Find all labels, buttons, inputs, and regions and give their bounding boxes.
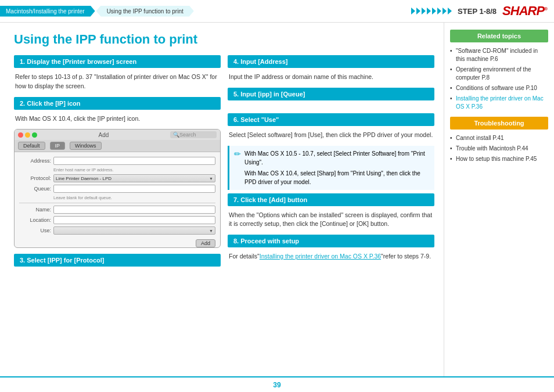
screenshot-add-button: Add: [196, 239, 215, 247]
related-topics-header: Related topics: [450, 30, 548, 42]
trouble-item-1: Cannot install P.41: [450, 134, 548, 142]
step1-body: Refer to steps 10-13 of p. 37 "Installat…: [14, 73, 221, 91]
minimize-button: [25, 132, 30, 138]
screenshot-search: 🔍 Search: [170, 131, 217, 138]
maximize-button: [32, 132, 37, 138]
protocol-row: Protocol: Line Printer Daemon - LPD ▼: [19, 174, 215, 182]
arrow-1: [411, 8, 415, 15]
step6-header: 6. Select "Use": [228, 113, 434, 126]
step2-header: 2. Click the [IP] icon: [14, 97, 221, 110]
two-column-layout: 1. Display the [Printer browser] screen …: [14, 55, 434, 271]
name-row: Name:: [19, 206, 215, 214]
traffic-lights: [18, 132, 37, 138]
step1-header: 1. Display the [Printer browser] screen: [14, 55, 221, 68]
note-content: With Mac OS X 10.5 - 10.7, select [Selec…: [244, 149, 430, 186]
step7-body: When the "Options which can be installed…: [228, 211, 434, 229]
breadcrumb: Macintosh/Installing the printer Using t…: [0, 6, 194, 17]
page-number: 39: [273, 381, 280, 389]
arrow-2: [416, 8, 420, 15]
close-button: [18, 132, 23, 138]
footer: 39: [0, 376, 554, 392]
arrow-4: [427, 8, 431, 15]
step5-header: 5. Input [ipp] in [Queue]: [228, 88, 434, 100]
location-label: Location:: [19, 217, 51, 223]
use-select: ▼: [53, 226, 215, 235]
form-separator: [19, 203, 215, 203]
step8-body: For details"Installing the printer drive…: [228, 252, 434, 261]
header-right: STEP 1-8/8 SHARP®: [411, 3, 547, 19]
breadcrumb-second[interactable]: Using the IPP function to print: [96, 6, 194, 17]
trouble-item-2: Trouble with Macintosh P.44: [450, 145, 548, 153]
sharp-logo: SHARP®: [502, 3, 547, 19]
toolbar-default: Default: [18, 142, 45, 150]
toolbar-ip: IP: [50, 142, 66, 150]
address-label: Address:: [19, 158, 51, 164]
troubleshooting-header: Troubleshooting: [450, 117, 548, 130]
name-input: [53, 206, 215, 214]
location-row: Location:: [19, 216, 215, 224]
step-arrows: [411, 8, 452, 15]
content-area: Using the IPP function to print 1. Displ…: [0, 23, 444, 376]
arrow-7: [443, 8, 447, 15]
arrow-8: [448, 8, 452, 15]
note-bullet1: With Mac OS X 10.5 - 10.7, select [Selec…: [244, 149, 430, 167]
breadcrumb-first[interactable]: Macintosh/Installing the printer: [0, 6, 95, 17]
address-row: Address:: [19, 157, 215, 165]
main-content: Using the IPP function to print 1. Displ…: [0, 23, 554, 376]
arrow-5: [432, 8, 436, 15]
search-icon: 🔍: [173, 132, 179, 138]
step6-body: Select [Select software] from [Use], the…: [228, 131, 434, 140]
address-hint: Enter host name or IP address.: [53, 167, 215, 172]
protocol-label: Protocol:: [19, 175, 51, 181]
troubleshooting-list: Cannot install P.41 Trouble with Macinto…: [450, 134, 548, 163]
step2-body: With Mac OS X 10.4, click the [IP printe…: [14, 114, 221, 124]
step3-header: 3. Select [IPP] for [Protocol]: [14, 254, 221, 267]
right-column: 4. Input [Address] Input the IP address …: [228, 55, 434, 271]
use-row: Use: ▼: [19, 226, 215, 235]
related-item-2: Operating environment of the computer P.…: [450, 66, 548, 82]
protocol-select: Line Printer Daemon - LPD ▼: [53, 174, 215, 182]
step8-link[interactable]: Installing the printer driver on Mac OS …: [260, 253, 381, 260]
queue-input: [53, 185, 215, 193]
page-header: Macintosh/Installing the printer Using t…: [0, 0, 554, 23]
screenshot-box: Add 🔍 Search Default IP Windows Addre: [14, 129, 221, 248]
step7-header: 7. Click the [Add] button: [228, 193, 434, 206]
note-box: ✏ With Mac OS X 10.5 - 10.7, select [Sel…: [228, 146, 434, 190]
page-title: Using the IPP function to print: [14, 32, 434, 47]
note-bullet2: With Mac OS X 10.4, select [Sharp] from …: [244, 169, 430, 186]
related-item-4: Installing the printer driver on Mac OS …: [450, 95, 548, 111]
step8-header: 8. Proceed with setup: [228, 235, 434, 247]
queue-label: Queue:: [19, 186, 51, 192]
left-column: 1. Display the [Printer browser] screen …: [14, 55, 221, 271]
arrow-3: [422, 8, 426, 15]
related-item-1: "Software CD-ROM" included in this machi…: [450, 47, 548, 63]
arrow-6: [437, 8, 441, 15]
screenshot-form: Address: Enter host name or IP address. …: [15, 152, 220, 242]
related-topics-list: "Software CD-ROM" included in this machi…: [450, 47, 548, 111]
step4-header: 4. Input [Address]: [228, 55, 434, 68]
name-label: Name:: [19, 207, 51, 213]
step-label: STEP 1-8/8: [458, 7, 497, 16]
sidebar: Related topics "Software CD-ROM" include…: [444, 23, 554, 376]
screenshot-toolbar: Default IP Windows: [15, 140, 220, 152]
use-chevron-icon: ▼: [209, 229, 213, 233]
queue-hint: Leave blank for default queue.: [53, 195, 215, 200]
address-input: [53, 157, 215, 165]
screenshot-titlebar: Add 🔍 Search: [15, 130, 220, 140]
queue-row: Queue:: [19, 185, 215, 193]
use-label: Use:: [19, 228, 51, 233]
trouble-item-3: How to setup this machine P.45: [450, 155, 548, 163]
chevron-down-icon: ▼: [209, 177, 213, 181]
note-icon: ✏: [234, 148, 241, 186]
location-input: [53, 216, 215, 224]
step4-body: Input the IP address or domain name of t…: [228, 73, 434, 82]
screenshot-title: Add: [39, 132, 168, 138]
toolbar-windows: Windows: [70, 142, 102, 150]
related-item-3: Conditions of software use P.10: [450, 84, 548, 92]
